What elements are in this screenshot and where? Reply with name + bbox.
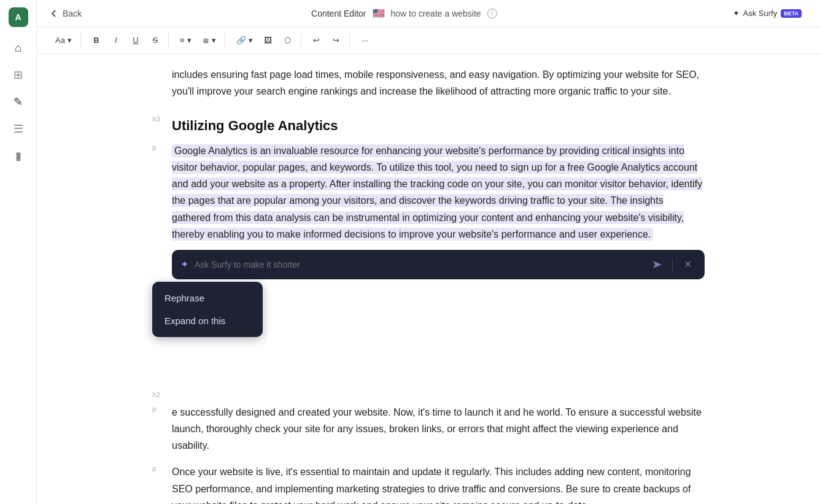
dropdown-item-rephrase[interactable]: Rephrase bbox=[152, 287, 263, 309]
ask-surfy-popup-container: ✦ ✕ Rephrase Expand on this bbox=[152, 250, 705, 279]
align-button[interactable]: ≡ ▾ bbox=[175, 33, 196, 47]
bold-button[interactable]: B bbox=[87, 32, 106, 49]
italic-button[interactable]: I bbox=[107, 32, 125, 49]
paragraph-1-text: Google Analytics is an invaluable resour… bbox=[172, 144, 702, 241]
paragraph-2-block: p e successfully designed and created yo… bbox=[152, 404, 705, 454]
heading-h3-label: h3 bbox=[152, 114, 164, 123]
header-center: Content Editor 🇺🇸 how to create a websit… bbox=[89, 7, 719, 19]
link-icon: 🔗 bbox=[236, 36, 246, 45]
dropdown-item-expand[interactable]: Expand on this bbox=[152, 309, 263, 332]
intro-paragraph: includes ensuring fast page load times, … bbox=[152, 66, 705, 99]
chevron-down-icon-3: ▾ bbox=[212, 36, 216, 45]
toolbar-format-group: B I U S bbox=[83, 32, 169, 49]
heading-h3-content: Utilizing Google Analytics bbox=[172, 114, 705, 137]
page-title: how to create a website bbox=[391, 9, 481, 18]
paragraph-3-label: p bbox=[152, 463, 164, 473]
chevron-down-icon-4: ▾ bbox=[249, 36, 253, 45]
toolbar-link-group: 🔗 ▾ 🖼 ⬡ bbox=[228, 32, 301, 49]
external-button[interactable]: ⬡ bbox=[279, 32, 297, 49]
sidebar: A ⌂ ⊞ ✎ ☰ ▮ bbox=[0, 0, 37, 504]
undo-button[interactable]: ↩ bbox=[308, 32, 326, 49]
paragraph-1-content: Google Analytics is an invaluable resour… bbox=[172, 142, 705, 242]
image-button[interactable]: 🖼 bbox=[259, 32, 277, 49]
heading-h3-block: h3 Utilizing Google Analytics bbox=[152, 114, 705, 137]
heading-h2-label: h2 bbox=[152, 390, 164, 399]
redo-button[interactable]: ↪ bbox=[327, 32, 346, 49]
paragraph-3-block: p Once your website is live, it's essent… bbox=[152, 463, 705, 504]
surfy-divider bbox=[672, 258, 673, 271]
toolbar-font-group: Aa ▾ bbox=[47, 33, 81, 47]
content-wrapper: includes ensuring fast page load times, … bbox=[152, 66, 705, 504]
ask-surfy-star-icon: ✦ bbox=[733, 9, 740, 18]
toolbar-history-group: ↩ ↪ bbox=[304, 32, 350, 49]
back-label: Back bbox=[63, 9, 82, 18]
heading-h2-block: h2 bbox=[152, 390, 705, 399]
external-icon: ⬡ bbox=[284, 36, 291, 45]
paragraph-1-block: p Google Analytics is an invaluable reso… bbox=[152, 142, 705, 242]
info-icon[interactable]: i bbox=[487, 9, 497, 18]
toolbar-more-group: ··· bbox=[352, 32, 378, 49]
header-title: Content Editor bbox=[311, 9, 366, 18]
send-icon bbox=[652, 259, 663, 270]
surfy-send-button[interactable] bbox=[649, 256, 666, 273]
sidebar-item-dashboard[interactable]: ⊞ bbox=[7, 64, 29, 86]
ask-surfy-input[interactable] bbox=[195, 260, 643, 269]
flag-icon: 🇺🇸 bbox=[373, 7, 385, 19]
beta-badge: BETA bbox=[781, 9, 802, 18]
list-button[interactable]: ≣ ▾ bbox=[198, 33, 221, 47]
font-label: Aa bbox=[55, 36, 65, 45]
back-button[interactable]: Back bbox=[49, 9, 82, 18]
image-icon: 🖼 bbox=[264, 36, 272, 45]
back-arrow-icon bbox=[49, 9, 59, 18]
heading-h3-text: Utilizing Google Analytics bbox=[172, 118, 338, 133]
surfy-close-button[interactable]: ✕ bbox=[679, 256, 696, 273]
link-button[interactable]: 🔗 ▾ bbox=[231, 33, 258, 47]
sidebar-item-list[interactable]: ☰ bbox=[7, 118, 29, 140]
chevron-down-icon: ▾ bbox=[68, 36, 72, 45]
strikethrough-button[interactable]: S bbox=[146, 32, 164, 49]
toolbar-align-group: ≡ ▾ ≣ ▾ bbox=[171, 33, 225, 47]
paragraph-1-label: p bbox=[152, 142, 164, 152]
toolbar: Aa ▾ B I U S ≡ ▾ ≣ ▾ 🔗 ▾ bbox=[37, 27, 820, 54]
sidebar-item-editor[interactable]: ✎ bbox=[7, 91, 29, 113]
align-icon: ≡ bbox=[180, 36, 185, 45]
surfy-dropdown: Rephrase Expand on this bbox=[152, 282, 263, 337]
avatar: A bbox=[9, 7, 28, 27]
surfy-star-icon: ✦ bbox=[180, 258, 188, 270]
underline-button[interactable]: U bbox=[126, 32, 145, 49]
more-options-button[interactable]: ··· bbox=[356, 32, 374, 49]
chevron-down-icon-2: ▾ bbox=[187, 36, 191, 45]
ask-surfy-label: Ask Surfy bbox=[743, 9, 778, 18]
paragraph-2-content: e successfully designed and created your… bbox=[172, 404, 705, 454]
main-area: Back Content Editor 🇺🇸 how to create a w… bbox=[37, 0, 820, 504]
content-area: includes ensuring fast page load times, … bbox=[37, 54, 820, 504]
font-size-button[interactable]: Aa ▾ bbox=[50, 33, 77, 47]
paragraph-2-label: p bbox=[152, 404, 164, 413]
sidebar-item-home[interactable]: ⌂ bbox=[7, 37, 29, 59]
list-icon: ≣ bbox=[203, 36, 209, 45]
sidebar-item-analytics[interactable]: ▮ bbox=[7, 145, 29, 167]
header: Back Content Editor 🇺🇸 how to create a w… bbox=[37, 0, 820, 27]
ask-surfy-header-button[interactable]: ✦ Ask Surfy BETA bbox=[727, 6, 808, 21]
ask-surfy-popup: ✦ ✕ bbox=[172, 250, 705, 279]
paragraph-3-content: Once your website is live, it's essentia… bbox=[172, 463, 705, 504]
